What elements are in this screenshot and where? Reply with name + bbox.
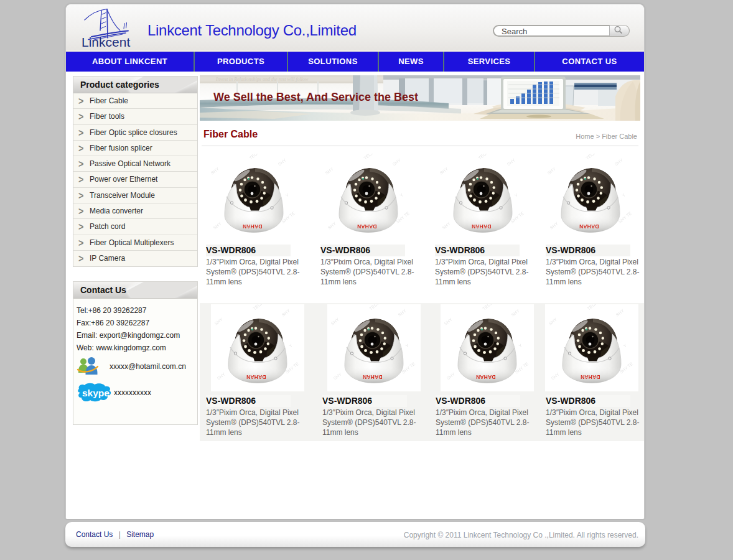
- svg-text:We Sell the Best, And Service: We Sell the Best, And Service the Best: [213, 91, 418, 103]
- svg-text:Invest in Relationships and th: Invest in Relationships and the rest wil…: [215, 77, 309, 82]
- svg-text:skype: skype: [82, 388, 110, 398]
